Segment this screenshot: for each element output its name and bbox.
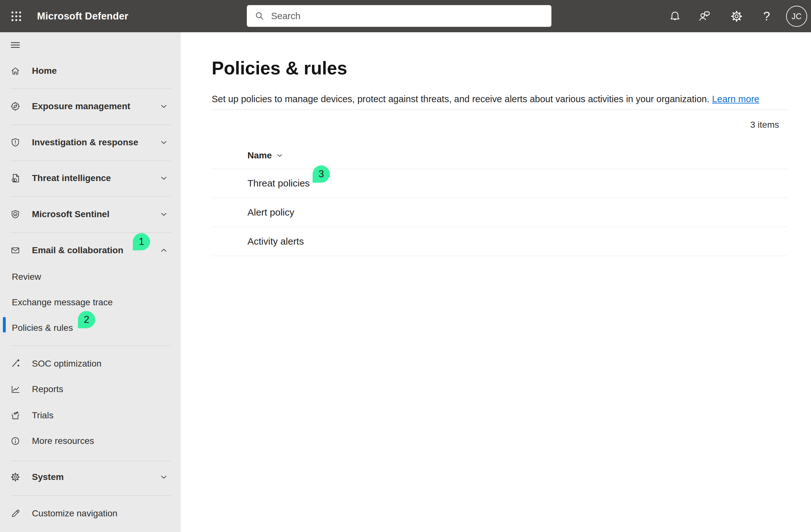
step-badge-3-number: 3 [318,168,324,180]
divider [11,346,171,346]
step-badge-3: 3 [312,165,330,183]
gear-icon [730,10,743,23]
chevron-down-icon [160,473,168,481]
step-badge-2-number: 2 [83,314,89,325]
selected-item-indicator [3,317,6,332]
chevron-up-icon [160,246,168,255]
sidebar-item-home[interactable]: Home [0,62,181,80]
gear-icon [10,472,21,483]
sidebar-item-soc-optimization[interactable]: SOC optimization [0,355,181,373]
sidebar-item-label: Trials [32,410,53,421]
sidebar-item-label: SOC optimization [32,359,102,369]
page-title: Policies & rules [212,58,347,78]
chevron-down-icon [160,138,168,147]
shield-exclamation-icon [10,137,21,148]
sidebar-item-trials[interactable]: Trials [0,407,181,424]
name-column-header[interactable]: Name [247,149,283,162]
sidebar-item-exposure-management[interactable]: Exposure management [0,97,181,115]
sidebar-item-label: More resources [32,436,94,446]
sidebar-item-label: System [32,472,64,482]
waffle-icon [10,10,23,23]
info-circle-icon [10,436,21,446]
bell-icon [669,10,682,23]
row-name: Alert policy [247,207,294,218]
divider [11,495,171,496]
top-bar: Microsoft Defender [0,0,811,32]
main-content: Policies & rules Set up policies to mana… [181,32,811,532]
table-row-activity-alerts[interactable]: Activity alerts [181,227,788,256]
sidebar-item-label: Email & collaboration [32,245,123,256]
help-button[interactable]: ? [759,8,775,24]
feedback-person-chat-icon [698,10,711,23]
avatar[interactable]: JC [786,6,807,27]
sidebar-item-label: Review [12,272,41,282]
sidebar-item-label: Policies & rules [12,323,73,333]
wand-sparkles-icon [10,358,21,369]
sidebar-item-threat-intelligence[interactable]: Threat intelligence [0,169,181,187]
divider [11,461,171,461]
settings-button[interactable] [729,8,745,24]
app-title: Microsoft Defender [37,0,128,32]
table-row-alert-policy[interactable]: Alert policy [181,198,788,227]
sidebar-item-label: Threat intelligence [32,173,111,183]
mail-icon [10,245,21,256]
sidebar-item-label: Exchange message trace [12,297,113,307]
search-input[interactable] [271,11,544,21]
sidebar-item-exchange-message-trace[interactable]: Exchange message trace [0,293,181,311]
feedback-button[interactable] [697,8,712,24]
page-description: Set up policies to manage devices, prote… [212,94,759,104]
document-brain-icon [10,173,21,184]
learn-more-link[interactable]: Learn more [712,94,759,104]
compass-icon [10,101,21,112]
step-badge-1-number: 1 [139,236,144,247]
help-question-icon: ? [763,10,770,23]
sidebar-item-label: Home [32,66,57,76]
sidebar-item-microsoft-sentinel[interactable]: Microsoft Sentinel [0,205,181,223]
divider [11,161,171,161]
sidebar-item-label: Customize navigation [32,508,118,519]
pencil-icon [10,508,21,519]
app-launcher-button[interactable] [7,7,26,26]
sidebar-item-label: Reports [32,384,63,394]
hamburger-menu-icon [10,40,21,50]
chevron-down-icon [160,174,168,182]
chevron-down-icon [160,102,168,110]
chevron-down-icon [160,210,168,218]
notifications-button[interactable] [667,8,683,24]
sidebar-item-label: Microsoft Sentinel [32,209,109,219]
shield-eye-icon [10,209,21,220]
avatar-initials: JC [792,12,802,21]
sidebar-item-reports[interactable]: Reports [0,380,181,398]
divider [11,124,171,125]
sidebar-item-more-resources[interactable]: More resources [0,432,181,450]
home-icon [10,65,21,76]
row-name: Activity alerts [247,236,304,247]
box-sparkles-icon [10,410,21,421]
sidebar-item-label: Exposure management [32,101,130,111]
name-column-label: Name [247,150,272,161]
collapse-nav-button[interactable] [0,36,181,54]
divider [212,109,788,110]
items-count: 3 items [212,120,779,130]
table-row-threat-policies[interactable]: Threat policies [181,169,788,198]
step-badge-2: 2 [78,311,95,328]
sidebar-item-investigation-response[interactable]: Investigation & response [0,134,181,151]
divider [11,232,171,233]
divider [11,196,171,197]
line-chart-icon [10,384,21,395]
search-box[interactable] [247,5,551,27]
sort-chevron-down-icon [276,152,283,159]
sidebar-item-label: Investigation & response [32,137,138,148]
sidebar-item-customize-navigation[interactable]: Customize navigation [0,504,181,522]
step-badge-1: 1 [133,233,150,250]
row-name: Threat policies [247,178,310,189]
sidebar: Home Exposure management Investigation [0,32,181,532]
sidebar-item-email-collaboration[interactable]: Email & collaboration [0,241,181,259]
description-text: Set up policies to manage devices, prote… [212,94,709,104]
search-icon [255,11,265,21]
sidebar-item-system[interactable]: System [0,468,181,486]
sidebar-item-review[interactable]: Review [0,268,181,286]
